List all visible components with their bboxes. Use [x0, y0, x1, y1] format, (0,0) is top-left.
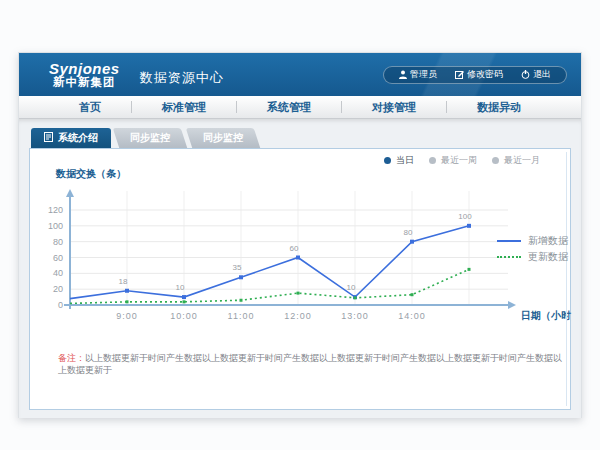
- nav-item-interface-management[interactable]: 对接管理: [342, 96, 446, 118]
- chart-panel: 0204060801001209:0010:0011:0012:0013:001…: [29, 148, 571, 410]
- svg-text:100: 100: [458, 212, 472, 221]
- tab-sync-monitor-2[interactable]: 同步监控: [186, 128, 260, 148]
- svg-text:100: 100: [48, 221, 63, 231]
- footnote: 备注：以上数据更新于时间产生数据以上数据更新于时间产生数据以上数据更新于时间产生…: [58, 352, 566, 376]
- svg-text:60: 60: [53, 253, 63, 263]
- user-icon: [399, 70, 407, 79]
- nav-item-data-change[interactable]: 数据异动: [447, 96, 551, 118]
- radio-dot-icon: [384, 157, 391, 164]
- radio-dot-icon: [492, 157, 499, 164]
- change-password-button[interactable]: 修改密码: [446, 68, 512, 81]
- content-area: 系统介绍 同步监控 同步监控 0204060801001209:0010:001…: [19, 119, 581, 418]
- company-logo: Synjones 新中新集团: [49, 61, 120, 89]
- svg-text:20: 20: [53, 284, 63, 294]
- filter-last-month[interactable]: 最近一月: [492, 154, 540, 167]
- brand-name: Synjones: [49, 61, 120, 77]
- footnote-label: 备注：: [58, 353, 85, 363]
- radio-dot-icon: [429, 157, 436, 164]
- filter-today[interactable]: 当日: [384, 154, 414, 167]
- edit-icon: [455, 70, 464, 79]
- filter-last-week[interactable]: 最近一周: [429, 154, 477, 167]
- user-toolbar: 管理员 修改密码 退出: [383, 66, 567, 84]
- filter-label: 当日: [396, 154, 414, 167]
- legend-item-updated-data: 更新数据: [497, 249, 568, 265]
- svg-text:10: 10: [176, 283, 185, 292]
- tab-label: 系统介绍: [58, 131, 98, 145]
- time-range-filters: 当日 最近一周 最近一月: [384, 154, 540, 167]
- dotted-line-icon: [497, 256, 521, 258]
- tab-sync-monitor-1[interactable]: 同步监控: [113, 128, 187, 148]
- tab-system-intro[interactable]: 系统介绍: [31, 128, 111, 148]
- screenshot-canvas: Synjones 新中新集团 数据资源中心 管理员 修改密码 退出: [0, 0, 600, 450]
- change-password-label: 修改密码: [467, 68, 503, 81]
- legend-label: 更新数据: [528, 250, 568, 264]
- nav-item-system-management[interactable]: 系统管理: [237, 96, 341, 118]
- tab-label: 同步监控: [203, 131, 243, 145]
- nav-item-standard-management[interactable]: 标准管理: [132, 96, 236, 118]
- svg-text:11:00: 11:00: [228, 311, 255, 321]
- logout-label: 退出: [533, 68, 551, 81]
- svg-text:10:00: 10:00: [170, 311, 198, 321]
- admin-user-label: 管理员: [410, 68, 437, 81]
- filter-label: 最近一周: [441, 154, 477, 167]
- filter-label: 最近一月: [504, 154, 540, 167]
- svg-text:10: 10: [347, 283, 356, 292]
- app-title: 数据资源中心: [140, 63, 224, 87]
- svg-text:0: 0: [58, 300, 63, 310]
- legend-label: 新增数据: [528, 234, 568, 248]
- svg-text:13:00: 13:00: [341, 311, 369, 321]
- legend-item-new-data: 新增数据: [497, 233, 568, 249]
- svg-text:80: 80: [404, 228, 413, 237]
- panel-inner-border: [566, 152, 567, 406]
- svg-text:80: 80: [53, 237, 63, 247]
- svg-text:9:00: 9:00: [116, 311, 138, 321]
- power-icon: [521, 70, 530, 79]
- svg-text:14:00: 14:00: [398, 311, 426, 321]
- nav-item-home[interactable]: 首页: [49, 96, 131, 118]
- svg-text:12:00: 12:00: [284, 311, 312, 321]
- brand-chinese-name: 新中新集团: [49, 76, 120, 88]
- svg-text:18: 18: [119, 277, 128, 286]
- svg-text:35: 35: [233, 263, 242, 272]
- svg-text:120: 120: [48, 205, 63, 215]
- document-icon: [44, 132, 53, 144]
- admin-user-button[interactable]: 管理员: [390, 68, 446, 81]
- logout-button[interactable]: 退出: [512, 68, 560, 81]
- footnote-text: 以上数据更新于时间产生数据以上数据更新于时间产生数据以上数据更新于时间产生数据以…: [58, 353, 562, 375]
- tab-bar: 系统介绍 同步监控 同步监控: [31, 128, 581, 148]
- svg-text:数据交换（条）: 数据交换（条）: [55, 168, 126, 179]
- svg-text:60: 60: [290, 244, 299, 253]
- svg-text:日期（小时）: 日期（小时）: [521, 310, 572, 321]
- chart-legend: 新增数据 更新数据: [497, 233, 568, 265]
- svg-text:40: 40: [53, 268, 63, 278]
- tab-label: 同步监控: [130, 131, 170, 145]
- header-bar: Synjones 新中新集团 数据资源中心 管理员 修改密码 退出: [19, 53, 581, 96]
- main-nav: 首页 标准管理 系统管理 对接管理 数据异动: [19, 96, 581, 119]
- app-window: Synjones 新中新集团 数据资源中心 管理员 修改密码 退出: [18, 52, 582, 418]
- solid-line-icon: [497, 240, 521, 242]
